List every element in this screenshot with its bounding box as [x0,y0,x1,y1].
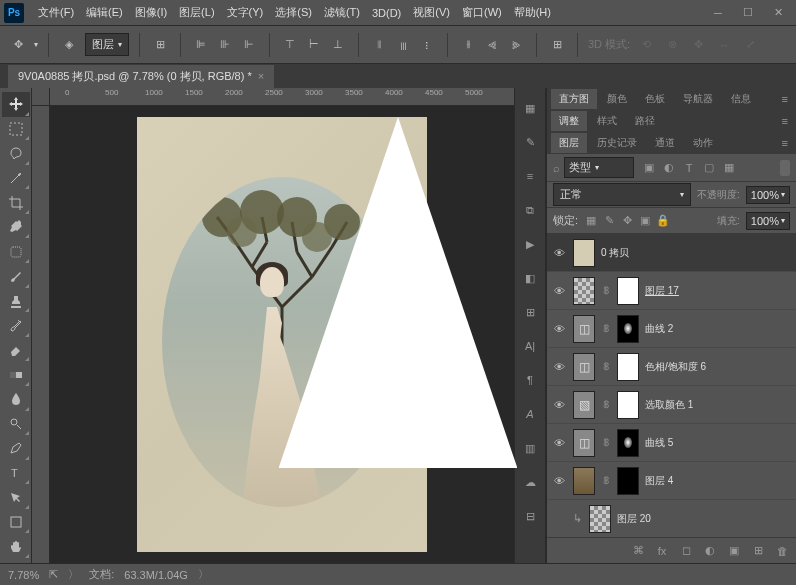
lasso-tool[interactable] [2,141,30,166]
layer-row[interactable]: 👁 ◫ 𝟠 曲线 5 [547,424,796,462]
lock-pixels-icon[interactable]: ▦ [584,214,598,228]
menu-window[interactable]: 窗口(W) [456,1,508,24]
brush-tool[interactable] [2,264,30,289]
shape-tool[interactable] [2,510,30,535]
maximize-button[interactable]: ☐ [734,3,762,23]
move-tool[interactable] [2,92,30,117]
layer-thumbnail[interactable]: ▧ [573,391,595,419]
align-middle-icon[interactable]: ⊢ [304,35,324,55]
layers-list[interactable]: 👁 0 拷贝 👁 𝟠 图层 17 👁 ◫ 𝟠 曲线 2 [547,234,796,537]
tab-paths[interactable]: 路径 [627,111,663,131]
auto-select-icon[interactable]: ◈ [59,35,79,55]
history-brush-tool[interactable] [2,313,30,338]
dodge-tool[interactable] [2,412,30,437]
panel-menu-icon[interactable]: ≡ [778,115,792,127]
cc-dock-icon[interactable]: ☁ [518,470,542,494]
ruler-horizontal[interactable]: 0 500 1000 1500 2000 2500 3000 3500 4000… [50,88,514,106]
mask-link-icon[interactable]: 𝟠 [601,323,611,334]
tab-layers[interactable]: 图层 [551,133,587,153]
lock-all-icon[interactable]: 🔒 [656,214,670,228]
properties-dock-icon[interactable]: ⊞ [518,300,542,324]
layer-thumbnail[interactable] [573,467,595,495]
mask-link-icon[interactable]: 𝟠 [601,285,611,296]
layer-name[interactable]: 图层 17 [645,284,679,298]
3d-scale-icon[interactable]: ⤢ [740,35,760,55]
visibility-toggle[interactable] [551,511,567,527]
layer-thumbnail[interactable] [573,239,595,267]
layer-mask-thumbnail[interactable] [617,353,639,381]
zoom-level[interactable]: 7.78% [8,569,39,581]
eyedropper-tool[interactable] [2,215,30,240]
chevron-down-icon[interactable]: ▾ [34,40,38,49]
styles-dock-icon[interactable]: ▥ [518,436,542,460]
layer-name[interactable]: 色相/饱和度 6 [645,360,706,374]
brushes-dock-icon[interactable]: ≡ [518,164,542,188]
layer-name[interactable]: 曲线 2 [645,322,673,336]
export-icon[interactable]: ⇱ [49,568,58,581]
lock-brush-icon[interactable]: ✎ [602,214,616,228]
doc-size-value[interactable]: 63.3M/1.04G [124,569,188,581]
libraries-dock-icon[interactable]: ⊟ [518,504,542,528]
hand-tool[interactable] [2,534,30,559]
visibility-toggle[interactable]: 👁 [551,435,567,451]
distribute-3-icon[interactable]: ⫶ [417,35,437,55]
visibility-toggle[interactable]: 👁 [551,321,567,337]
layer-name[interactable]: 曲线 5 [645,436,673,450]
align-left-icon[interactable]: ⊫ [191,35,211,55]
layer-thumbnail[interactable]: ◫ [573,429,595,457]
align-top-icon[interactable]: ⊤ [280,35,300,55]
align-right-icon[interactable]: ⊩ [239,35,259,55]
menu-3d[interactable]: 3D(D) [366,3,407,23]
marquee-tool[interactable] [2,117,30,142]
align-bottom-icon[interactable]: ⊥ [328,35,348,55]
distribute-h-icon[interactable]: ⫴ [369,35,389,55]
ruler-dock-icon[interactable]: ▦ [518,96,542,120]
mask-link-icon[interactable]: 𝟠 [601,399,611,410]
blend-mode-dropdown[interactable]: 正常 ▾ [553,183,691,206]
menu-select[interactable]: 选择(S) [269,1,318,24]
filter-type-icon[interactable]: T [682,161,696,175]
3d-dock-icon[interactable]: ◧ [518,266,542,290]
mask-link-icon[interactable]: 𝟠 [601,361,611,372]
align-center-h-icon[interactable]: ⊪ [215,35,235,55]
ruler-vertical[interactable] [32,106,50,563]
layer-row[interactable]: ↳ 图层 20 [547,500,796,537]
link-layers-icon[interactable]: ⌘ [630,543,646,559]
path-select-tool[interactable] [2,485,30,510]
pen-tool[interactable] [2,436,30,461]
layer-row[interactable]: 👁 ◫ 𝟠 曲线 2 [547,310,796,348]
minimize-button[interactable]: ─ [704,3,732,23]
distribute-v-icon[interactable]: ⫼ [393,35,413,55]
layer-mask-thumbnail[interactable] [617,391,639,419]
document-tab[interactable]: 9V0A0885 拷贝.psd @ 7.78% (0 拷贝, RGB/8) * … [8,65,274,88]
new-group-icon[interactable]: ▣ [726,543,742,559]
layer-row[interactable]: 👁 𝟠 图层 4 [547,462,796,500]
distribute-space-h-icon[interactable]: ⫵ [458,35,478,55]
transform-controls-icon[interactable]: ⊞ [150,35,170,55]
tab-swatches[interactable]: 色板 [637,89,673,109]
character-dock-icon[interactable]: A| [518,334,542,358]
menu-layer[interactable]: 图层(L) [173,1,220,24]
visibility-toggle[interactable]: 👁 [551,245,567,261]
filter-smart-icon[interactable]: ▦ [722,161,736,175]
filter-switch[interactable] [780,160,790,176]
crop-tool[interactable] [2,190,30,215]
visibility-toggle[interactable]: 👁 [551,359,567,375]
menu-view[interactable]: 视图(V) [407,1,456,24]
tab-histogram[interactable]: 直方图 [551,89,597,109]
tab-adjustments[interactable]: 调整 [551,111,587,131]
layer-name[interactable]: 选取颜色 1 [645,398,693,412]
brush-settings-dock-icon[interactable]: ✎ [518,130,542,154]
menu-filter[interactable]: 滤镜(T) [318,1,366,24]
layer-thumbnail[interactable] [589,505,611,533]
distribute-space-v-icon[interactable]: ⫷ [482,35,502,55]
tab-actions[interactable]: 动作 [685,133,721,153]
layer-row[interactable]: 👁 ◫ 𝟠 色相/饱和度 6 [547,348,796,386]
add-mask-icon[interactable]: ◻ [678,543,694,559]
menu-image[interactable]: 图像(I) [129,1,173,24]
mask-link-icon[interactable]: 𝟠 [601,437,611,448]
layer-row[interactable]: 👁 𝟠 图层 17 [547,272,796,310]
visibility-toggle[interactable]: 👁 [551,397,567,413]
layer-row[interactable]: 👁 ▧ 𝟠 选取颜色 1 [547,386,796,424]
tab-info[interactable]: 信息 [723,89,759,109]
